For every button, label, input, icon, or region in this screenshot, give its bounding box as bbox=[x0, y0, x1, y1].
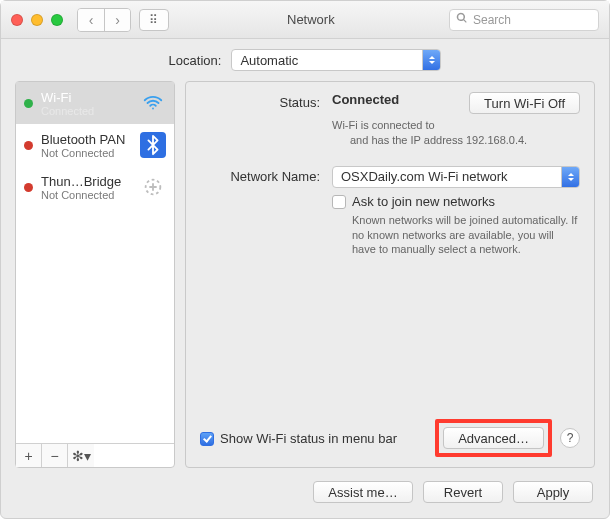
status-dot-icon bbox=[24, 141, 33, 150]
titlebar: ‹ › ⠿ Network Search bbox=[1, 1, 609, 39]
location-popup[interactable]: Automatic bbox=[231, 49, 441, 71]
apply-button[interactable]: Apply bbox=[513, 481, 593, 503]
advanced-button[interactable]: Advanced… bbox=[443, 427, 544, 449]
wifi-icon bbox=[140, 90, 166, 116]
bridge-icon bbox=[140, 174, 166, 200]
status-label: Status: bbox=[200, 92, 320, 148]
grid-icon: ⠿ bbox=[149, 13, 159, 27]
chevron-left-icon: ‹ bbox=[89, 12, 94, 28]
network-name-label: Network Name: bbox=[200, 166, 320, 188]
window-controls bbox=[11, 14, 63, 26]
search-icon bbox=[456, 12, 468, 27]
gear-icon: ✻▾ bbox=[72, 448, 91, 464]
service-item-bluetooth[interactable]: Bluetooth PAN Not Connected bbox=[16, 124, 174, 166]
location-value: Automatic bbox=[240, 53, 298, 68]
minimize-window-button[interactable] bbox=[31, 14, 43, 26]
service-status: Connected bbox=[41, 105, 132, 117]
main-area: Wi-Fi Connected Bluetooth PAN Not Connec… bbox=[1, 81, 609, 474]
network-name-popup[interactable]: OSXDaily.com Wi-Fi network bbox=[332, 166, 580, 188]
ask-to-join-description: Known networks will be joined automatica… bbox=[332, 213, 580, 258]
network-preferences-window: ‹ › ⠿ Network Search Location: Automatic bbox=[0, 0, 610, 519]
popup-chevrons-icon bbox=[422, 50, 440, 70]
forward-button[interactable]: › bbox=[104, 9, 130, 31]
services-sidebar: Wi-Fi Connected Bluetooth PAN Not Connec… bbox=[15, 81, 175, 468]
zoom-window-button[interactable] bbox=[51, 14, 63, 26]
service-status: Not Connected bbox=[41, 189, 132, 201]
status-value: Connected bbox=[332, 92, 399, 107]
sidebar-footer: + − ✻▾ bbox=[16, 443, 174, 467]
ask-to-join-checkbox[interactable] bbox=[332, 195, 346, 209]
svg-point-0 bbox=[152, 108, 154, 110]
status-description: Wi-Fi is connected to and has the IP add… bbox=[332, 118, 580, 148]
assist-me-button[interactable]: Assist me… bbox=[313, 481, 413, 503]
service-item-wifi[interactable]: Wi-Fi Connected bbox=[16, 82, 174, 124]
status-dot-icon bbox=[24, 99, 33, 108]
nav-buttons: ‹ › bbox=[77, 8, 131, 32]
popup-chevrons-icon bbox=[561, 167, 579, 187]
search-placeholder: Search bbox=[473, 13, 511, 27]
revert-button[interactable]: Revert bbox=[423, 481, 503, 503]
show-wifi-status-label: Show Wi-Fi status in menu bar bbox=[220, 431, 397, 446]
add-service-button[interactable]: + bbox=[16, 444, 42, 467]
ask-to-join-label: Ask to join new networks bbox=[352, 194, 495, 209]
location-label: Location: bbox=[169, 53, 222, 68]
service-actions-button[interactable]: ✻▾ bbox=[68, 444, 94, 467]
services-list: Wi-Fi Connected Bluetooth PAN Not Connec… bbox=[16, 82, 174, 443]
window-title: Network bbox=[287, 12, 335, 27]
service-name: Thun…Bridge bbox=[41, 174, 132, 189]
network-name-value: OSXDaily.com Wi-Fi network bbox=[341, 169, 508, 184]
location-row: Location: Automatic bbox=[1, 39, 609, 81]
close-window-button[interactable] bbox=[11, 14, 23, 26]
footer-buttons: Assist me… Revert Apply bbox=[1, 474, 609, 518]
details-panel: Status: Connected Turn Wi-Fi Off Wi-Fi i… bbox=[185, 81, 595, 468]
remove-service-button[interactable]: − bbox=[42, 444, 68, 467]
service-name: Wi-Fi bbox=[41, 90, 132, 105]
turn-wifi-off-button[interactable]: Turn Wi-Fi Off bbox=[469, 92, 580, 114]
search-field[interactable]: Search bbox=[449, 9, 599, 31]
status-dot-icon bbox=[24, 183, 33, 192]
show-all-button[interactable]: ⠿ bbox=[139, 9, 169, 31]
show-wifi-status-checkbox[interactable] bbox=[200, 432, 214, 446]
back-button[interactable]: ‹ bbox=[78, 9, 104, 31]
service-name: Bluetooth PAN bbox=[41, 132, 132, 147]
help-button[interactable]: ? bbox=[560, 428, 580, 448]
bluetooth-icon bbox=[140, 132, 166, 158]
service-status: Not Connected bbox=[41, 147, 132, 159]
chevron-right-icon: › bbox=[115, 12, 120, 28]
service-item-thunderbolt-bridge[interactable]: Thun…Bridge Not Connected bbox=[16, 166, 174, 208]
advanced-highlight: Advanced… bbox=[435, 419, 552, 457]
